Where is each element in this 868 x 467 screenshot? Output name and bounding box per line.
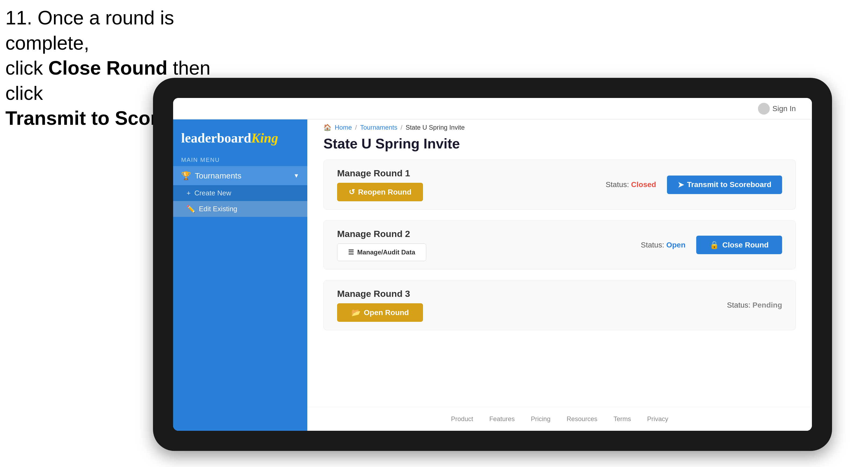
round-2-row: Manage Round 2 ☰ Manage/Audit Data Statu… xyxy=(323,220,796,270)
create-new-label: Create New xyxy=(194,189,231,197)
open-icon: 📂 xyxy=(351,308,361,317)
sidebar-item-tournaments[interactable]: 🏆 Tournaments ▼ xyxy=(173,166,307,185)
logo-leaderboard: leaderboard xyxy=(181,130,251,146)
round-1-right: Status: Closed ➤ Transmit to Scoreboard xyxy=(606,176,782,194)
breadcrumb-tournaments[interactable]: Tournaments xyxy=(360,124,398,131)
tablet-device: Sign In leaderboardKing MAIN MENU 🏆 Tour… xyxy=(153,78,832,451)
footer-features[interactable]: Features xyxy=(489,415,515,423)
footer-terms[interactable]: Terms xyxy=(614,415,631,423)
round-1-status: Status: Closed xyxy=(606,180,656,189)
content-area: 🏠 Home / Tournaments / State U Spring In… xyxy=(307,119,812,431)
transmit-scoreboard-button[interactable]: ➤ Transmit to Scoreboard xyxy=(667,176,782,194)
edit-existing-label: Edit Existing xyxy=(199,205,237,213)
manage-audit-button[interactable]: ☰ Manage/Audit Data xyxy=(337,243,426,261)
footer-pricing[interactable]: Pricing xyxy=(531,415,551,423)
round-2-title: Manage Round 2 xyxy=(337,229,426,239)
footer-product[interactable]: Product xyxy=(451,415,473,423)
footer: Product Features Pricing Resources Terms… xyxy=(307,407,812,431)
sidebar-submenu: + Create New ✏️ Edit Existing xyxy=(173,185,307,217)
logo-area: leaderboardKing xyxy=(173,119,307,154)
sidebar: leaderboardKing MAIN MENU 🏆 Tournaments … xyxy=(173,119,307,431)
round-3-right: Status: Pending xyxy=(727,301,782,309)
round-3-row: Manage Round 3 📂 Open Round Status: Pend… xyxy=(323,280,796,330)
round-3-left: Manage Round 3 📂 Open Round xyxy=(337,288,423,322)
round-2-status: Status: Open xyxy=(641,241,686,249)
round-1-row: Manage Round 1 ↺ Reopen Round Status: Cl… xyxy=(323,160,796,210)
reopen-icon: ↺ xyxy=(349,188,355,196)
page-title: State U Spring Invite xyxy=(307,133,812,160)
avatar-icon xyxy=(758,103,770,115)
round-2-right: Status: Open 🔒 Close Round xyxy=(641,236,782,254)
round-1-title: Manage Round 1 xyxy=(337,168,423,179)
chevron-down-icon: ▼ xyxy=(293,172,299,179)
breadcrumb-home[interactable]: Home xyxy=(335,124,352,131)
footer-resources[interactable]: Resources xyxy=(566,415,597,423)
sidebar-item-create-new[interactable]: + Create New xyxy=(173,185,307,201)
top-bar: Sign In xyxy=(173,98,812,119)
edit-icon: ✏️ xyxy=(187,205,195,213)
tournaments-label: Tournaments xyxy=(195,171,241,180)
audit-icon: ☰ xyxy=(348,249,354,256)
round-3-status-value: Pending xyxy=(752,301,782,309)
sign-in-button[interactable]: Sign In xyxy=(758,103,796,115)
open-round-button[interactable]: 📂 Open Round xyxy=(337,303,423,322)
main-menu-label: MAIN MENU xyxy=(173,154,307,166)
logo: leaderboardKing xyxy=(181,130,299,146)
round-1-status-value: Closed xyxy=(631,180,656,189)
round-3-title: Manage Round 3 xyxy=(337,288,423,299)
reopen-round-button[interactable]: ↺ Reopen Round xyxy=(337,183,423,201)
breadcrumb: 🏠 Home / Tournaments / State U Spring In… xyxy=(307,119,812,133)
trophy-icon: 🏆 xyxy=(181,171,191,180)
sign-in-label: Sign In xyxy=(772,104,796,113)
round-3-status: Status: Pending xyxy=(727,301,782,309)
breadcrumb-sep-1: / xyxy=(355,124,357,131)
plus-icon: + xyxy=(187,189,191,197)
lock-icon: 🔒 xyxy=(710,241,719,249)
round-2-status-value: Open xyxy=(666,241,685,249)
home-icon: 🏠 xyxy=(323,124,332,131)
round-1-left: Manage Round 1 ↺ Reopen Round xyxy=(337,168,423,201)
breadcrumb-sep-2: / xyxy=(400,124,402,131)
round-2-left: Manage Round 2 ☰ Manage/Audit Data xyxy=(337,229,426,261)
main-layout: leaderboardKing MAIN MENU 🏆 Tournaments … xyxy=(173,119,812,431)
sidebar-item-edit-existing[interactable]: ✏️ Edit Existing xyxy=(173,201,307,217)
tablet-screen: Sign In leaderboardKing MAIN MENU 🏆 Tour… xyxy=(173,98,812,431)
footer-privacy[interactable]: Privacy xyxy=(647,415,668,423)
close-round-button[interactable]: 🔒 Close Round xyxy=(696,236,782,254)
breadcrumb-current: State U Spring Invite xyxy=(406,124,465,131)
rounds-container: Manage Round 1 ↺ Reopen Round Status: Cl… xyxy=(307,160,812,330)
logo-king: King xyxy=(251,130,278,146)
transmit-icon: ➤ xyxy=(678,180,684,189)
